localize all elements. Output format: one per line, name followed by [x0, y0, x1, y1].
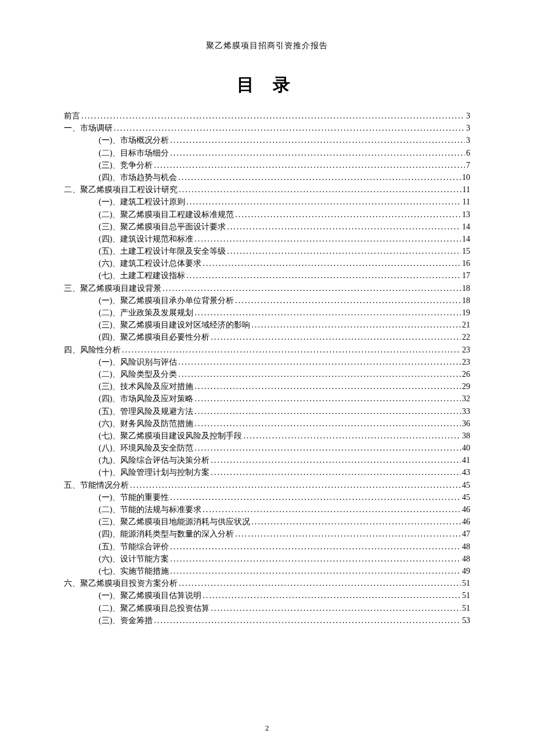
toc-entry[interactable]: (一)、风险识别与评估23 — [64, 358, 470, 366]
toc-entry-page: 49 — [462, 567, 470, 575]
toc-entry[interactable]: (七)、聚乙烯膜项目建设风险及控制手段38 — [64, 432, 470, 440]
toc-entry-label: (五)、节能综合评价 — [99, 543, 169, 551]
toc-entry[interactable]: (二)、风险类型及分类26 — [64, 370, 470, 379]
toc-entry[interactable]: (一)、聚乙烯膜项目承办单位背景分析18 — [64, 297, 470, 305]
toc-entry[interactable]: (二)、目标市场细分6 — [64, 149, 470, 157]
toc-entry[interactable]: (三)、聚乙烯膜项目总平面设计要求14 — [64, 223, 470, 231]
toc-entry-page: 11 — [463, 186, 470, 194]
toc-entry-label: (七)、聚乙烯膜项目建设风险及控制手段 — [99, 432, 242, 440]
toc-leader-dots — [170, 555, 461, 563]
toc-entry-page: 47 — [462, 530, 470, 538]
toc-entry[interactable]: (十)、风险管理计划与控制方案43 — [64, 469, 470, 477]
toc-entry[interactable]: 四、风险性分析23 — [64, 346, 470, 354]
toc-entry[interactable]: (六)、设计节能方案48 — [64, 555, 470, 563]
toc-entry-page: 17 — [462, 272, 470, 280]
toc-entry-label: (二)、目标市场细分 — [99, 149, 169, 157]
toc-entry[interactable]: 一、市场调研3 — [64, 124, 470, 132]
toc-leader-dots — [194, 383, 461, 391]
toc-entry[interactable]: (二)、节能的法规与标准要求46 — [64, 506, 470, 514]
toc-entry[interactable]: (四)、市场趋势与机会10 — [64, 174, 470, 182]
toc-entry-page: 32 — [462, 395, 470, 403]
toc-leader-dots — [170, 494, 461, 502]
toc-entry-page: 41 — [462, 456, 470, 465]
toc-entry-page: 11 — [463, 198, 470, 206]
toc-entry[interactable]: (四)、市场风险及应对策略32 — [64, 395, 470, 403]
toc-leader-dots — [154, 161, 465, 170]
toc-entry[interactable]: (四)、能源消耗类型与数量的深入分析47 — [64, 530, 470, 538]
toc-entry-label: (一)、建筑工程设计原则 — [99, 198, 185, 206]
toc-leader-dots — [235, 211, 461, 219]
toc-entry-page: 14 — [462, 223, 470, 231]
toc-entry-page: 13 — [462, 211, 470, 219]
toc-entry[interactable]: (一)、节能的重要性45 — [64, 494, 470, 502]
toc-entry[interactable]: (四)、聚乙烯膜项目必要性分析22 — [64, 333, 470, 341]
toc-entry[interactable]: (一)、建筑工程设计原则11 — [64, 198, 470, 206]
toc-entry-page: 3 — [466, 112, 470, 120]
toc-entry-page: 23 — [462, 358, 470, 366]
toc-entry[interactable]: (五)、节能综合评价48 — [64, 543, 470, 551]
toc-entry-label: (三)、技术风险及应对措施 — [99, 383, 193, 391]
toc-entry[interactable]: (二)、聚乙烯膜项目工程建设标准规范13 — [64, 211, 470, 219]
toc-entry-page: 23 — [462, 346, 470, 354]
toc-entry-page: 40 — [462, 444, 470, 452]
toc-leader-dots — [251, 321, 461, 329]
toc-leader-dots — [227, 223, 461, 231]
toc-entry[interactable]: (五)、土建工程设计年限及安全等级15 — [64, 247, 470, 255]
toc-entry-label: 一、市场调研 — [64, 124, 113, 132]
toc-entry-label: 四、风险性分析 — [64, 346, 121, 354]
toc-entry-page: 51 — [462, 604, 470, 613]
toc-entry[interactable]: 三、聚乙烯膜项目建设背景18 — [64, 285, 470, 293]
toc-leader-dots — [235, 530, 461, 538]
toc-entry-label: (四)、能源消耗类型与数量的深入分析 — [99, 530, 234, 538]
toc-entry[interactable]: 五、节能情况分析45 — [64, 481, 470, 489]
toc-entry[interactable]: (九)、风险综合评估与决策分析41 — [64, 456, 470, 465]
toc-entry-label: 前言 — [64, 112, 80, 120]
toc-entry-page: 22 — [462, 333, 470, 341]
toc-entry[interactable]: (三)、聚乙烯膜项目地能源消耗与供应状况46 — [64, 518, 470, 526]
toc-leader-dots — [194, 309, 461, 317]
toc-entry-label: (一)、节能的重要性 — [99, 494, 169, 502]
toc-entry[interactable]: (三)、技术风险及应对措施29 — [64, 383, 470, 391]
toc-entry[interactable]: (七)、土建工程建设指标17 — [64, 272, 470, 280]
toc-entry-label: (二)、聚乙烯膜项目工程建设标准规范 — [99, 211, 234, 219]
toc-entry-label: 二、聚乙烯膜项目工程设计研究 — [64, 186, 178, 194]
toc-entry[interactable]: (三)、资金筹措53 — [64, 617, 470, 625]
toc-leader-dots — [154, 617, 461, 625]
toc-entry-label: (二)、风险类型及分类 — [99, 370, 177, 379]
toc-entry-page: 16 — [462, 260, 470, 268]
toc-leader-dots — [194, 235, 461, 243]
toc-entry-page: 36 — [462, 420, 470, 428]
toc-entry-page: 19 — [462, 309, 470, 317]
toc-entry[interactable]: (一)、市场概况分析3 — [64, 136, 470, 145]
toc-entry-label: (三)、聚乙烯膜项目建设对区域经济的影响 — [99, 321, 250, 329]
toc-entry-label: (四)、市场风险及应对策略 — [99, 395, 193, 403]
toc-entry[interactable]: 前言3 — [64, 112, 470, 120]
toc-entry[interactable]: (二)、产业政策及发展规划19 — [64, 309, 470, 317]
toc-entry[interactable]: (一)、聚乙烯膜项目估算说明51 — [64, 592, 470, 600]
toc-leader-dots — [178, 370, 461, 379]
toc-entry[interactable]: (五)、管理风险及规避方法33 — [64, 408, 470, 416]
toc-entry[interactable]: 二、聚乙烯膜项目工程设计研究11 — [64, 186, 470, 194]
toc-entry[interactable]: (三)、竞争分析7 — [64, 161, 470, 170]
toc-entry-label: (三)、聚乙烯膜项目地能源消耗与供应状况 — [99, 518, 250, 526]
toc-entry-page: 45 — [462, 494, 470, 502]
toc-entry-page: 46 — [462, 518, 470, 526]
toc-entry[interactable]: (四)、建筑设计规范和标准14 — [64, 235, 470, 243]
toc-entry-label: (三)、资金筹措 — [99, 617, 153, 625]
toc-entry[interactable]: (八)、环境风险及安全防范40 — [64, 444, 470, 452]
toc-entry-label: (五)、土建工程设计年限及安全等级 — [99, 247, 226, 255]
toc-entry-page: 18 — [462, 297, 470, 305]
toc-entry-label: (二)、聚乙烯膜项目总投资估算 — [99, 604, 210, 613]
table-of-contents: 前言3一、市场调研3(一)、市场概况分析3(二)、目标市场细分6(三)、竞争分析… — [64, 112, 470, 625]
toc-leader-dots — [211, 604, 461, 613]
toc-leader-dots — [170, 136, 465, 145]
toc-leader-dots — [243, 432, 461, 440]
toc-leader-dots — [122, 346, 461, 354]
toc-entry[interactable]: (六)、建筑工程设计总体要求16 — [64, 260, 470, 268]
toc-entry[interactable]: (六)、财务风险及防范措施36 — [64, 420, 470, 428]
toc-entry[interactable]: 六、聚乙烯膜项目投资方案分析51 — [64, 579, 470, 588]
toc-entry-page: 3 — [466, 136, 470, 145]
toc-entry[interactable]: (二)、聚乙烯膜项目总投资估算51 — [64, 604, 470, 613]
toc-entry[interactable]: (三)、聚乙烯膜项目建设对区域经济的影响21 — [64, 321, 470, 329]
toc-entry[interactable]: (七)、实施节能措施49 — [64, 567, 470, 575]
